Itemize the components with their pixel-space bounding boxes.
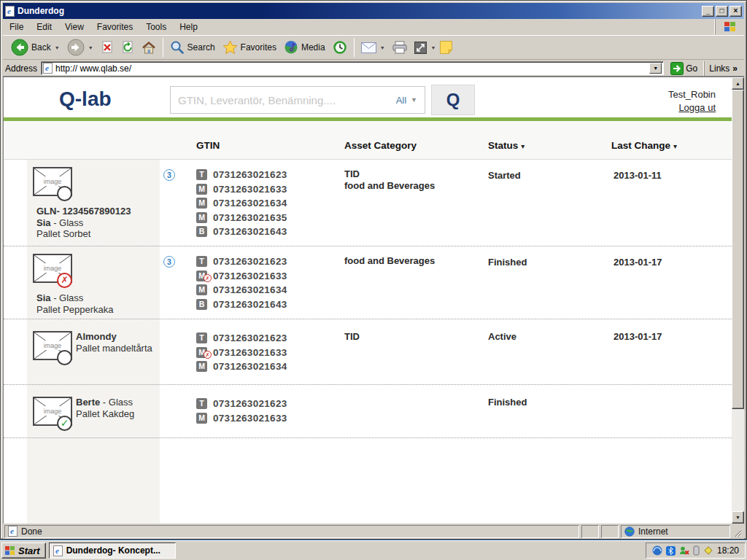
row-status: Finished [488,397,527,408]
star-icon [222,40,238,55]
home-button[interactable] [138,36,160,58]
site-logo: Q-lab [59,88,112,111]
scrollbar-thumb[interactable] [732,90,744,409]
search-scope-dropdown[interactable]: All [396,95,406,106]
mail-dropdown-icon[interactable]: ▼ [380,45,385,50]
links-button[interactable]: Links » [704,61,742,76]
product-title-line: Almondy [76,331,152,343]
task-label: Dunderdog- Koncept... [66,545,160,556]
forward-icon [67,39,85,56]
address-dropdown-icon[interactable]: ▼ [649,63,662,74]
column-header-asset-category: Asset Category [344,140,417,151]
gtin-number: 0731263021643 [213,226,287,237]
minimize-button[interactable]: _ [702,6,714,17]
user-block: Test_Robin Logga ut [668,89,716,113]
product-title-line: Berte - Glass [76,397,134,408]
gtin-type-letter: B [196,226,207,237]
gtin-item: M0731263021634 [196,196,287,211]
menu-item-edit[interactable]: Edit [30,19,58,35]
product-titles: Berte - GlassPallet Kakdeg [76,397,134,419]
back-dropdown-icon[interactable]: ▼ [55,45,60,50]
print-button[interactable] [389,36,411,58]
taskbar-task-button[interactable]: e Dunderdog- Koncept... [49,542,176,559]
logout-link[interactable]: Logga ut [678,102,716,113]
menu-item-help[interactable]: Help [173,19,204,35]
svg-text:image: image [44,342,62,349]
gtin-type-letter: T [196,398,207,409]
svg-text:image: image [44,408,62,415]
table-row[interactable]: image✗Sia - GlassPallet Pepperkaka3T0731… [4,246,732,319]
gtin-type-letter: M [196,361,207,372]
bluetooth-tray-icon[interactable] [666,546,676,556]
table-row[interactable]: imageGLN- 1234567890123Sia - GlassPallet… [4,160,732,246]
resize-grip[interactable] [732,526,743,537]
vertical-scrollbar[interactable]: ▲ ▼ [732,77,744,524]
stop-button[interactable] [97,36,117,58]
windows-logo-icon [715,19,744,35]
refresh-icon [121,41,134,54]
search-button[interactable]: Search [166,36,219,58]
column-header-gtin: GTIN [196,140,220,151]
gtin-count-badge[interactable]: 3 [163,256,175,268]
gtin-type-letter: M [196,198,207,209]
image-status-ok-icon: ✓ [57,416,72,431]
gtin-count-badge[interactable]: 3 [163,169,175,181]
menu-items: FileEditViewFavoritesToolsHelp [3,22,204,32]
sort-arrow-icon[interactable]: ▾ [521,142,525,150]
updates-tray-icon[interactable] [703,545,713,556]
menu-item-view[interactable]: View [58,19,90,35]
maximize-button[interactable]: □ [716,6,728,17]
device-tray-icon[interactable] [693,545,700,556]
back-button[interactable]: Back ▼ [7,36,63,58]
address-bar: Address e ▼ Go Links » [3,61,744,77]
taskbar: Start e Dunderdog- Koncept... 18:20 [0,540,747,560]
start-button[interactable]: Start [1,542,46,559]
address-input[interactable] [55,63,646,74]
close-button[interactable]: × [729,6,742,17]
svg-text:e: e [7,7,11,15]
result-list: imageGLN- 1234567890123Sia - GlassPallet… [4,160,732,524]
search-scope-arrow-icon[interactable]: ▼ [411,96,417,104]
address-field[interactable]: e ▼ [41,61,664,75]
asset-category-line: food and Beverages [344,255,435,267]
scroll-down-button[interactable]: ▼ [732,511,744,524]
forward-button[interactable]: ▼ [63,36,97,58]
ie-page-icon: e [43,63,53,74]
history-button[interactable] [329,36,351,58]
messenger-offline-tray-icon[interactable] [679,545,689,556]
image-status-error-icon: ✗ [57,273,72,288]
title-bar: e Dunderdog _ □ × [3,3,744,19]
web-page: Q-lab All ▼ Q Test_Robin Logga ut GTINAs… [4,77,732,524]
menu-item-tools[interactable]: Tools [139,19,173,35]
security-zone-pane: Internet [621,525,730,538]
gtin-list: T0731263021623M0731263021633M07312630216… [196,168,287,239]
scroll-up-button[interactable]: ▲ [732,77,744,90]
favorites-button[interactable]: Favorites [219,36,280,58]
sort-arrow-icon[interactable]: ▾ [673,142,677,150]
refresh-button[interactable] [117,36,138,58]
go-button[interactable]: Go [667,61,700,76]
column-header-status[interactable]: Status▾ [488,140,525,151]
status-text: Done [21,526,42,537]
menu-item-file[interactable]: File [3,19,30,35]
gtin-type-letter: M [196,413,207,424]
menu-item-favorites[interactable]: Favorites [90,19,139,35]
toolbar-dropdown-icon[interactable]: ▼ [431,45,436,50]
clock: 18:20 [717,545,739,556]
address-label: Address [5,63,37,74]
table-row[interactable]: image✓Berte - GlassPallet KakdegT0731263… [4,385,732,438]
media-button[interactable]: Media [280,36,329,58]
fullscreen-button[interactable] [411,36,430,58]
mail-button[interactable]: ▼ [357,36,389,58]
gtin-number: 0731263021643 [213,299,287,310]
network-tray-icon[interactable] [652,545,662,556]
gtin-type-b-icon: B [196,299,207,310]
column-header-last-change[interactable]: Last Change▾ [611,140,677,151]
table-row[interactable]: imageAlmondyPallet mandeltårtaT073126302… [4,319,732,385]
search-input[interactable] [178,94,390,106]
media-label: Media [301,42,325,52]
messenger-button[interactable] [436,36,456,58]
search-submit-button[interactable]: Q [431,85,475,115]
gtin-type-m-icon: M✗ [196,271,207,281]
forward-dropdown-icon[interactable]: ▼ [88,45,93,50]
